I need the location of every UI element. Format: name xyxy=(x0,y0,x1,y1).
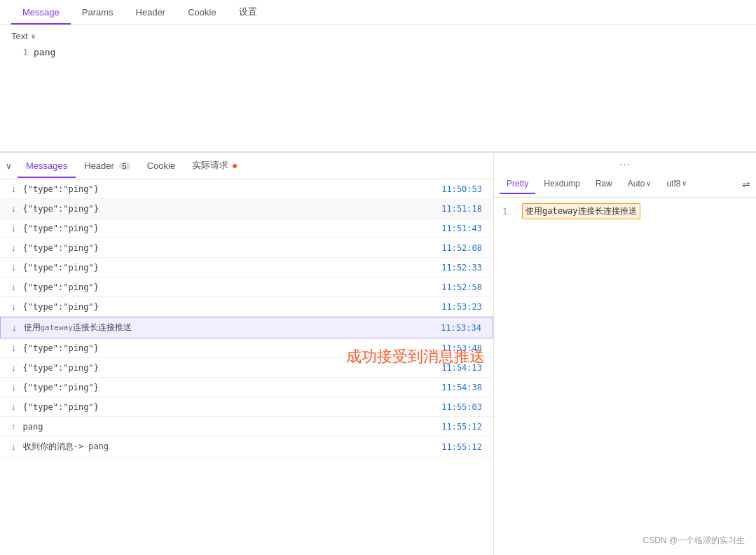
msg-content: {"type":"ping"} xyxy=(23,184,437,194)
msg-time: 11:52:58 xyxy=(441,282,482,292)
left-panel: ∨ Messages Header 5 Cookie 实际请求 ↓ {"type… xyxy=(0,153,494,555)
tab-header[interactable]: Header xyxy=(125,1,177,25)
msg-time: 11:55:12 xyxy=(441,422,482,432)
arrow-down-icon: ↓ xyxy=(11,184,16,194)
message-row[interactable]: ↓ {"type":"ping"} 11:54:38 xyxy=(0,378,493,397)
msg-time: 11:53:48 xyxy=(441,343,482,353)
three-dots: ... xyxy=(494,153,756,171)
arrow-down-icon: ↓ xyxy=(11,203,16,214)
arrow-down-icon: ↓ xyxy=(11,362,16,373)
right-panel: ... Pretty Hexdump Raw Auto ∨ utf8 ∨ ⇌ 1… xyxy=(494,153,756,555)
message-row[interactable]: ↓ {"type":"ping"} 11:51:18 xyxy=(0,199,493,219)
arrow-down-icon: ↓ xyxy=(11,301,16,312)
tab-actual-request[interactable]: 实际请求 xyxy=(184,153,245,179)
msg-content: {"type":"ping"} xyxy=(23,263,437,273)
msg-content: {"type":"ping"} xyxy=(23,282,437,292)
r-tab-hexdump[interactable]: Hexdump xyxy=(537,174,586,194)
tab-cookie-bottom[interactable]: Cookie xyxy=(139,155,184,178)
message-row[interactable]: ↓ {"type":"ping"} 11:55:03 xyxy=(0,397,493,417)
right-tab-bar: Pretty Hexdump Raw Auto ∨ utf8 ∨ ⇌ xyxy=(494,171,756,198)
bottom-tab-bar: ∨ Messages Header 5 Cookie 实际请求 xyxy=(0,153,493,179)
message-row[interactable]: ↓ {"type":"ping"} 11:51:43 xyxy=(0,219,493,238)
tab-message[interactable]: Message xyxy=(11,1,71,25)
msg-time: 11:54:13 xyxy=(441,363,482,373)
msg-content: {"type":"ping"} xyxy=(23,383,437,392)
msg-time: 11:52:33 xyxy=(441,263,482,273)
header-badge: 5 xyxy=(119,162,130,170)
r-tab-raw[interactable]: Raw xyxy=(589,174,619,194)
arrow-down-icon: ↓ xyxy=(11,262,16,273)
arrow-down-icon: ↓ xyxy=(11,223,16,233)
right-content-text: 使用gateway连接长连接推送 xyxy=(522,203,640,219)
r-tab-utf8[interactable]: utf8 ∨ xyxy=(659,174,694,194)
csdn-watermark: CSDN @一个临漂的实习生 xyxy=(642,535,745,547)
collapse-button[interactable]: ∨ xyxy=(6,161,12,171)
top-section: Message Params Header Cookie 设置 Text ∨ 1… xyxy=(0,0,756,152)
msg-content: {"type":"ping"} xyxy=(23,302,437,312)
messages-list[interactable]: ↓ {"type":"ping"} 11:50:53 ↓ {"type":"pi… xyxy=(0,179,493,458)
bottom-section: 成功接受到消息推送 ∨ Messages Header 5 Cookie 实际请… xyxy=(0,152,756,555)
message-row[interactable]: ↓ {"type":"ping"} 11:52:58 xyxy=(0,278,493,297)
message-row[interactable]: ↓ {"type":"ping"} 11:52:33 xyxy=(0,258,493,278)
arrow-down-icon: ↓ xyxy=(11,343,16,353)
arrow-down-icon: ↓ xyxy=(11,441,16,452)
msg-content: {"type":"ping"} xyxy=(23,363,437,373)
msg-time: 11:54:38 xyxy=(441,383,482,392)
text-label: Text xyxy=(11,31,28,41)
msg-content-special: 使用gateway连接长连接推送 xyxy=(24,322,436,334)
message-row[interactable]: ↓ {"type":"ping"} 11:53:48 xyxy=(0,338,493,358)
msg-content-pang: pang xyxy=(23,422,437,432)
code-line-1: 1 pang xyxy=(11,47,745,57)
message-row-highlighted[interactable]: ↓ 使用gateway连接长连接推送 11:53:34 xyxy=(0,317,493,338)
msg-time: 11:52:08 xyxy=(441,243,482,253)
message-row-reply[interactable]: ↓ 收到你的消息-> pang 11:55:12 xyxy=(0,437,493,458)
msg-time: 11:55:03 xyxy=(441,402,482,412)
text-label-row: Text ∨ xyxy=(11,31,745,41)
tab-cookie[interactable]: Cookie xyxy=(177,1,227,25)
arrow-down-icon: ↓ xyxy=(11,242,16,253)
arrow-up-icon: ↑ xyxy=(11,421,16,432)
utf8-dropdown-arrow: ∨ xyxy=(682,179,687,187)
wrap-icon[interactable]: ⇌ xyxy=(742,179,750,190)
right-line-num: 1 xyxy=(502,207,516,217)
msg-content: {"type":"ping"} xyxy=(23,402,437,412)
msg-time: 11:55:12 xyxy=(441,442,482,452)
message-row[interactable]: ↓ {"type":"ping"} 11:52:08 xyxy=(0,238,493,258)
tab-header-bottom[interactable]: Header 5 xyxy=(76,155,138,178)
tab-settings[interactable]: 设置 xyxy=(228,0,268,25)
arrow-down-icon: ↓ xyxy=(11,282,16,292)
msg-content: {"type":"ping"} xyxy=(23,243,437,253)
arrow-down-icon: ↓ xyxy=(12,322,17,333)
arrow-down-icon: ↓ xyxy=(11,382,16,392)
msg-time: 11:50:53 xyxy=(441,184,482,194)
tab-params[interactable]: Params xyxy=(71,1,125,25)
msg-content: {"type":"ping"} xyxy=(23,224,437,233)
auto-dropdown-arrow: ∨ xyxy=(646,179,651,187)
msg-time: 11:53:34 xyxy=(441,323,481,333)
msg-content-reply: 收到你的消息-> pang xyxy=(23,441,437,453)
top-tab-bar: Message Params Header Cookie 设置 xyxy=(0,0,756,25)
msg-content: {"type":"ping"} xyxy=(23,204,437,214)
msg-time: 11:53:23 xyxy=(441,302,482,312)
message-row[interactable]: ↓ {"type":"ping"} 11:53:23 xyxy=(0,297,493,317)
right-code-line: 1 使用gateway连接长连接推送 xyxy=(502,203,748,219)
line-number-1: 1 xyxy=(11,47,28,57)
line-content-1: pang xyxy=(34,47,55,57)
r-tab-pretty[interactable]: Pretty xyxy=(500,174,535,194)
msg-time: 11:51:43 xyxy=(441,224,482,233)
text-dropdown-arrow[interactable]: ∨ xyxy=(31,32,36,40)
dot-badge xyxy=(233,164,237,168)
arrow-down-icon: ↓ xyxy=(11,402,16,412)
message-row-pang[interactable]: ↑ pang 11:55:12 xyxy=(0,417,493,437)
messages-wrapper: ↓ {"type":"ping"} 11:50:53 ↓ {"type":"pi… xyxy=(0,179,493,555)
message-row[interactable]: ↓ {"type":"ping"} 11:50:53 xyxy=(0,179,493,199)
msg-content: {"type":"ping"} xyxy=(23,343,437,353)
message-row[interactable]: ↓ {"type":"ping"} 11:54:13 xyxy=(0,358,493,378)
msg-time: 11:51:18 xyxy=(441,204,482,214)
right-content: 1 使用gateway连接长连接推送 xyxy=(494,198,756,225)
text-area-section: Text ∨ 1 pang xyxy=(0,25,756,151)
tab-messages[interactable]: Messages xyxy=(18,155,76,178)
r-tab-auto[interactable]: Auto ∨ xyxy=(621,174,659,194)
